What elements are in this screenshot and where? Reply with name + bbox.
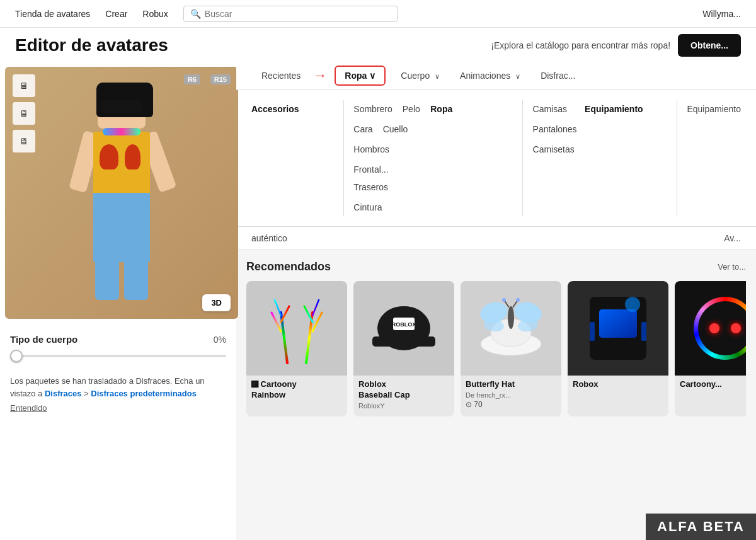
item-image-cap: ROBLOX xyxy=(353,281,454,376)
items-grid: 🅿 Cartoony Rainbow xyxy=(246,281,746,416)
svg-point-21 xyxy=(502,298,506,302)
dropdown-equipamiento-col: Equipamiento xyxy=(585,100,667,216)
nav-robux[interactable]: Robux xyxy=(142,9,168,19)
header-right: ¡Explora el catálogo para encontrar más … xyxy=(491,34,741,57)
equipamiento-items: Equipamiento xyxy=(687,100,741,216)
page-title: Editor de avatares xyxy=(15,35,168,55)
right-panel: Recientes → Ropa ∨ Cuerpo ∨ Animaciones … xyxy=(236,62,756,540)
item-sub: De french_rx... xyxy=(461,391,561,399)
cartoony-eyes xyxy=(709,323,741,333)
view-icon-2[interactable]: 🖥 xyxy=(13,102,35,125)
accesorios-cintura[interactable]: Cintura xyxy=(353,202,382,212)
ropa-row-1: Camisas Pantalones Camisetas xyxy=(533,100,577,158)
equipamiento-label: Equipamiento xyxy=(585,100,654,118)
main-layout: 🖥 🖥 🖥 R6 R15 3D Tipo de cuerpo 0% xyxy=(0,62,756,540)
accesorios-hombros[interactable]: Hombros xyxy=(353,144,389,154)
search-bar[interactable]: 🔍 xyxy=(183,6,398,22)
tab-cuerpo[interactable]: Cuerpo ∨ xyxy=(391,62,450,89)
r15-badge[interactable]: R15 xyxy=(210,74,231,84)
accesorios-traseros[interactable]: Traseros xyxy=(353,182,388,192)
accesorios-pelo[interactable]: Pelo xyxy=(403,104,420,114)
nav-create[interactable]: Crear xyxy=(105,9,127,19)
rainbow-border xyxy=(694,297,746,360)
svg-rect-27 xyxy=(590,322,595,341)
ropa-pantalones[interactable]: Pantalones xyxy=(533,124,577,134)
body-type-section: Tipo de cuerpo 0% xyxy=(0,324,236,367)
nav-avatar-store[interactable]: Tienda de avatares xyxy=(15,9,90,19)
item-name: 🅿 Cartoony Rainbow xyxy=(246,376,347,402)
dropdown-accesorios-col: Accesorios xyxy=(251,100,333,216)
accesorios-frontal[interactable]: Frontal... xyxy=(353,164,388,175)
body-type-label: Tipo de cuerpo xyxy=(10,334,77,345)
svg-text:ROBLOX: ROBLOX xyxy=(392,321,416,328)
search-input[interactable] xyxy=(205,9,391,19)
item-card[interactable]: Robox xyxy=(568,281,668,416)
svg-line-1 xyxy=(272,313,281,331)
ropa-camisetas[interactable]: Camisetas xyxy=(533,144,575,154)
cap-svg: ROBLOX xyxy=(369,300,438,357)
tab-animaciones[interactable]: Animaciones ∨ xyxy=(450,62,530,89)
item-name: Cartoony... xyxy=(675,376,746,391)
accesorios-items: Sombrero Pelo Cara Cuello Hombros Fronta… xyxy=(353,100,422,216)
equipamiento-row-1: Equipamiento xyxy=(687,100,741,118)
body-type-slider[interactable] xyxy=(10,350,226,362)
cuerpo-label: Cuerpo xyxy=(401,71,430,81)
svg-rect-25 xyxy=(599,309,637,338)
item-image-antlers xyxy=(246,281,347,376)
item-card[interactable]: Butterfly Hat De french_rx... ⊙ 70 xyxy=(461,281,561,416)
recommended-title: Recomendados xyxy=(246,260,331,273)
av-text: Av... xyxy=(724,233,741,243)
svg-point-18 xyxy=(508,306,514,329)
ropa-label: Ropa xyxy=(345,71,367,81)
info-box: Los paquetes se han trasladado a Disfrac… xyxy=(0,367,236,420)
obtener-button[interactable]: Obtene... xyxy=(678,34,741,57)
item-sub: RobloxY xyxy=(353,402,454,410)
robox-svg xyxy=(583,290,653,366)
item-card[interactable]: Cartoony... xyxy=(675,281,746,416)
tabs-row: Recientes → Ropa ∨ Cuerpo ∨ Animaciones … xyxy=(236,62,756,90)
dropdown-ropa-col: Ropa xyxy=(430,100,512,216)
antlers-svg xyxy=(265,287,328,369)
accesorios-cara[interactable]: Cara xyxy=(353,124,372,134)
view-3d-button[interactable]: 3D xyxy=(202,294,231,311)
ropa-camisas[interactable]: Camisas xyxy=(533,104,567,114)
item-image-butterfly xyxy=(461,281,561,376)
disfraces-link[interactable]: Disfraces xyxy=(45,389,82,398)
slider-track xyxy=(10,355,226,357)
item-image-robox xyxy=(568,281,668,376)
entendido-link[interactable]: Entendido xyxy=(10,403,226,413)
item-card[interactable]: ROBLOX RobloxBaseball Cap RobloxY xyxy=(353,281,454,416)
search-icon: 🔍 xyxy=(190,9,201,19)
accesorios-cuello[interactable]: Cuello xyxy=(383,124,408,134)
item-price: ⊙ 70 xyxy=(461,399,561,410)
ropa-section-label: Ropa xyxy=(430,100,500,118)
svg-line-5 xyxy=(312,313,322,331)
equipamiento-item[interactable]: Equipamiento xyxy=(687,104,741,114)
header-promo-text: ¡Explora el catálogo para encontrar más … xyxy=(491,40,670,50)
dropdown-grid: Accesorios Sombrero Pelo Cara Cuello Hom… xyxy=(251,100,741,216)
animaciones-chevron-icon: ∨ xyxy=(515,72,520,80)
ver-todo-link[interactable]: Ver to... xyxy=(718,262,746,272)
svg-line-3 xyxy=(275,300,281,316)
r6-badge[interactable]: R6 xyxy=(184,74,200,84)
recommended-header: Recomendados Ver to... xyxy=(246,260,746,273)
item-name: Butterfly Hat xyxy=(461,376,561,391)
accesorios-sombrero[interactable]: Sombrero xyxy=(353,104,392,114)
tab-disfraces[interactable]: Disfrac... xyxy=(530,62,585,89)
accesorios-row-2: Traseros Cintura xyxy=(353,178,422,216)
accesorios-label: Accesorios xyxy=(251,100,321,118)
view-icons: 🖥 🖥 🖥 xyxy=(13,74,35,152)
disfraces-predeterminados-link[interactable]: Disfraces predeterminados xyxy=(91,389,197,398)
tab-recientes[interactable]: Recientes xyxy=(251,62,311,89)
item-card[interactable]: 🅿 Cartoony Rainbow xyxy=(246,281,347,416)
view-icon-3[interactable]: 🖥 xyxy=(13,130,35,152)
avatar-container: 🖥 🖥 🖥 R6 R15 3D xyxy=(5,67,238,319)
item-name: Robox xyxy=(568,376,668,391)
slider-thumb[interactable] xyxy=(10,350,23,362)
view-icon-1[interactable]: 🖥 xyxy=(13,74,35,97)
tab-ropa[interactable]: Ropa ∨ xyxy=(335,66,386,86)
svg-rect-28 xyxy=(641,322,646,341)
butterfly-svg xyxy=(476,294,546,363)
recommended-section: Recomendados Ver to... xyxy=(236,250,756,416)
ropa-items: Camisas Pantalones Camisetas xyxy=(533,100,577,216)
